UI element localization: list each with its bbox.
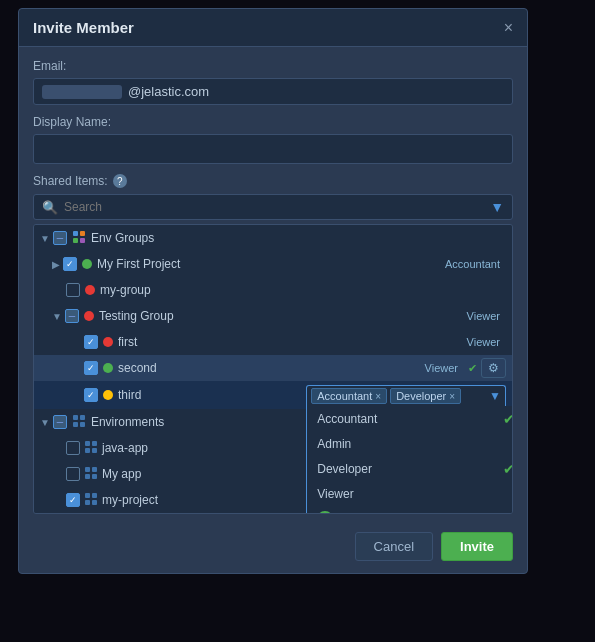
svg-rect-6 [73, 422, 78, 427]
modal-body: Email: @jelastic.com Display Name: Share… [19, 47, 527, 524]
svg-rect-15 [92, 474, 97, 479]
dot-my-first-project [82, 259, 92, 269]
env-groups-label: Env Groups [91, 231, 506, 245]
email-censored [42, 85, 122, 99]
tree-row-testing-group[interactable]: ▼ Testing Group Viewer [34, 303, 512, 329]
create-new-role[interactable]: + Create New Role [307, 506, 513, 514]
checkbox-my-group[interactable] [66, 283, 80, 297]
third-label: third [118, 388, 306, 402]
checkbox-third[interactable] [84, 388, 98, 402]
invite-modal: Invite Member × Email: @jelastic.com Dis… [18, 8, 528, 574]
check-accountant: ✔ [503, 411, 513, 427]
svg-rect-7 [80, 422, 85, 427]
checkbox-first[interactable] [84, 335, 98, 349]
java-app-icon [85, 441, 97, 456]
dot-second [103, 363, 113, 373]
checkbox-my-app[interactable] [66, 467, 80, 481]
tag-developer: Developer × [390, 388, 461, 404]
tree-row-third[interactable]: third Accountant × Developer × [34, 381, 512, 409]
my-group-label: my-group [100, 283, 506, 297]
tree-row-env-groups[interactable]: ▼ Env Groups [34, 225, 512, 251]
filter-icon[interactable]: ▼ [490, 199, 504, 215]
viewer-check: ✔ [468, 362, 477, 375]
tag-accountant-close[interactable]: × [375, 391, 381, 402]
checkbox-testing-group[interactable] [65, 309, 79, 323]
tree-container: ▼ Env Groups ▶ My First Project Accounta… [33, 224, 513, 514]
my-app-icon [85, 467, 97, 482]
expand-arrow-project: ▶ [52, 259, 60, 270]
first-label: first [118, 335, 467, 349]
tree-row-second[interactable]: second Viewer ✔ ⚙ [34, 355, 512, 381]
svg-rect-5 [80, 415, 85, 420]
third-dropdown: Accountant × Developer × ▼ [306, 385, 506, 406]
environments-icon [72, 414, 86, 431]
email-domain: @jelastic.com [128, 84, 209, 99]
modal-header: Invite Member × [19, 9, 527, 47]
dropdown-item-accountant[interactable]: Accountant ✔ [307, 406, 513, 432]
modal-footer: Cancel Invite [19, 524, 527, 573]
display-name-label: Display Name: [33, 115, 513, 129]
tree-row-my-group[interactable]: my-group [34, 277, 512, 303]
testing-group-role: Viewer [467, 310, 506, 322]
svg-rect-17 [92, 493, 97, 498]
invite-button[interactable]: Invite [441, 532, 513, 561]
svg-rect-1 [80, 231, 85, 236]
svg-rect-0 [73, 231, 78, 236]
dropdown-search[interactable] [464, 389, 484, 403]
svg-rect-19 [92, 500, 97, 505]
expand-arrow-testing: ▼ [52, 311, 62, 322]
dot-third [103, 390, 113, 400]
svg-rect-16 [85, 493, 90, 498]
email-label: Email: [33, 59, 513, 73]
testing-group-label: Testing Group [99, 309, 467, 323]
dropdown-item-admin[interactable]: Admin [307, 432, 513, 456]
svg-rect-10 [85, 448, 90, 453]
checkbox-environments[interactable] [53, 415, 67, 429]
tag-developer-close[interactable]: × [449, 391, 455, 402]
checkbox-env-groups[interactable] [53, 231, 67, 245]
dropdown-tags: Accountant × Developer × ▼ [306, 385, 506, 406]
svg-rect-12 [85, 467, 90, 472]
svg-rect-9 [92, 441, 97, 446]
dropdown-arrow[interactable]: ▼ [489, 389, 501, 403]
svg-rect-13 [92, 467, 97, 472]
search-input[interactable] [64, 200, 484, 214]
shared-items-label: Shared Items: ? [33, 174, 513, 188]
expand-arrow-env: ▼ [40, 417, 50, 428]
my-first-project-role: Accountant [445, 258, 506, 270]
tag-accountant: Accountant × [311, 388, 387, 404]
tree-row-first[interactable]: first Viewer [34, 329, 512, 355]
expand-arrow: ▼ [40, 233, 50, 244]
dot-first [103, 337, 113, 347]
checkbox-second[interactable] [84, 361, 98, 375]
checkbox-my-first-project[interactable] [63, 257, 77, 271]
create-icon: + [317, 511, 333, 514]
svg-rect-2 [73, 238, 78, 243]
close-button[interactable]: × [504, 20, 513, 36]
dot-testing-group [84, 311, 94, 321]
search-row: 🔍 ▼ [33, 194, 513, 220]
modal-overlay: Invite Member × Email: @jelastic.com Dis… [0, 0, 595, 642]
second-label: second [118, 361, 425, 375]
svg-rect-8 [85, 441, 90, 446]
my-project-icon [85, 493, 97, 508]
svg-rect-18 [85, 500, 90, 505]
svg-rect-11 [92, 448, 97, 453]
check-developer: ✔ [503, 461, 513, 477]
dropdown-item-developer[interactable]: Developer ✔ [307, 456, 513, 482]
first-role: Viewer [467, 336, 506, 348]
dropdown-list: Accountant ✔ Admin Developer ✔ [306, 406, 513, 514]
help-icon[interactable]: ? [113, 174, 127, 188]
checkbox-java-app[interactable] [66, 441, 80, 455]
display-name-input[interactable] [33, 134, 513, 164]
svg-rect-4 [73, 415, 78, 420]
second-row-right: Viewer ✔ ⚙ [425, 358, 506, 378]
env-groups-icon [72, 230, 86, 247]
cancel-button[interactable]: Cancel [355, 532, 433, 561]
email-row: @jelastic.com [33, 78, 513, 105]
gear-button[interactable]: ⚙ [481, 358, 506, 378]
dropdown-item-viewer[interactable]: Viewer [307, 482, 513, 506]
checkbox-my-project[interactable] [66, 493, 80, 507]
search-icon: 🔍 [42, 200, 58, 215]
tree-row-my-first-project[interactable]: ▶ My First Project Accountant [34, 251, 512, 277]
